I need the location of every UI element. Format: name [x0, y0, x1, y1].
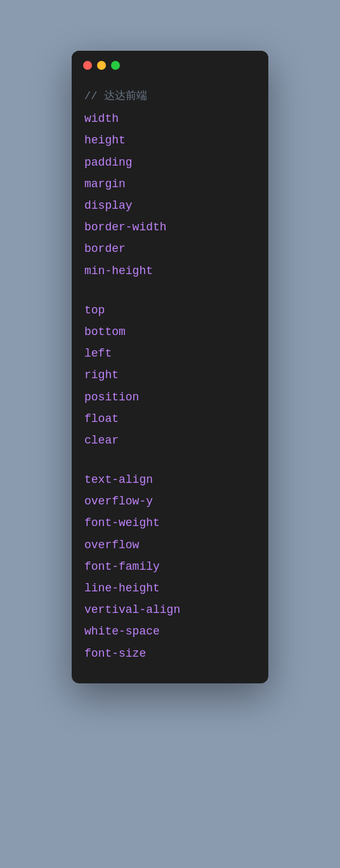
prop-left: left	[84, 343, 256, 364]
prop-display: display	[84, 195, 256, 216]
prop-min-height: min-height	[84, 260, 256, 282]
prop-bottom: bottom	[84, 321, 256, 343]
prop-border: border	[84, 238, 256, 260]
prop-line-height: line-height	[84, 577, 256, 599]
prop-width: width	[84, 108, 256, 129]
group-positioning: top bottom left right position float cle…	[84, 299, 256, 451]
prop-height: height	[84, 129, 256, 151]
prop-overflow: overflow	[84, 534, 256, 556]
prop-white-space: white-space	[84, 621, 256, 642]
group-box-model: width height padding margin display bord…	[84, 108, 256, 282]
prop-top: top	[84, 299, 256, 321]
titlebar	[72, 51, 268, 77]
prop-font-family: font-family	[84, 556, 256, 577]
prop-position: position	[84, 386, 256, 408]
prop-clear: clear	[84, 430, 256, 451]
prop-float: float	[84, 408, 256, 430]
comment-line: // 达达前端	[84, 86, 256, 107]
prop-padding: padding	[84, 152, 256, 173]
prop-overflow-y: overflow-y	[84, 490, 256, 512]
group-text: text-align overflow-y font-weight overfl…	[84, 469, 256, 664]
prop-border-width: border-width	[84, 216, 256, 238]
code-editor: // 达达前端 width height padding margin disp…	[72, 77, 268, 683]
prop-margin: margin	[84, 173, 256, 195]
prop-vertical-align: vertival-align	[84, 599, 256, 621]
code-window: // 达达前端 width height padding margin disp…	[72, 51, 268, 683]
prop-right: right	[84, 364, 256, 386]
maximize-button[interactable]	[111, 61, 120, 70]
prop-font-size: font-size	[84, 643, 256, 664]
minimize-button[interactable]	[97, 61, 106, 70]
close-button[interactable]	[83, 61, 92, 70]
prop-text-align: text-align	[84, 469, 256, 490]
prop-font-weight: font-weight	[84, 512, 256, 534]
